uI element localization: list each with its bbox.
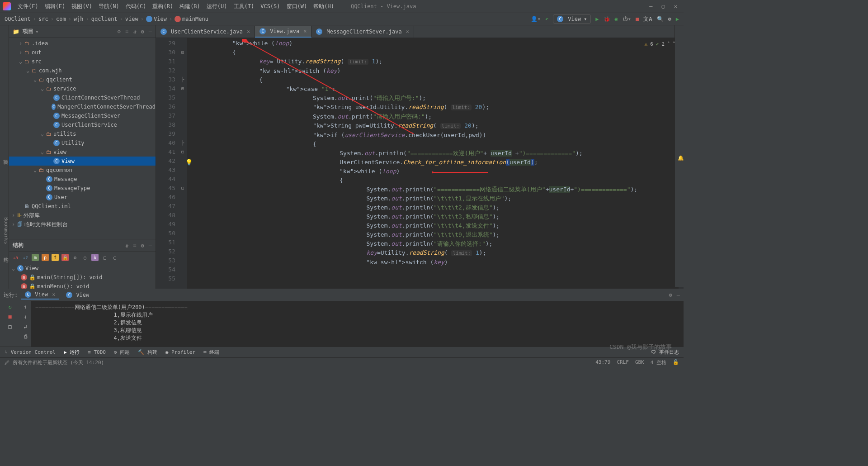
menu-item[interactable]: 窗口(W) (283, 3, 311, 10)
editor-tab[interactable]: CView.java× (255, 26, 311, 38)
breadcrumb-item[interactable]: mainMenu (175, 16, 208, 22)
scroll-icon[interactable]: □ (101, 254, 108, 261)
stop-icon[interactable]: ■ (8, 314, 11, 320)
vcs-status-icon[interactable]: 🖉 (5, 360, 9, 366)
down-icon[interactable]: ↓ (24, 314, 27, 320)
left-tool-bookmarks[interactable]: Bookmarks (0, 217, 9, 244)
filter-f-icon[interactable]: p (42, 254, 49, 261)
tree-icon[interactable]: ◯ (81, 254, 89, 261)
menu-item[interactable]: VCS(S) (257, 3, 283, 10)
tree-row[interactable]: CUserClientService (9, 120, 156, 129)
tree-row[interactable]: CClientConnectSeverThread (9, 93, 156, 102)
indent[interactable]: 4 空格 (651, 359, 666, 366)
tree-row[interactable]: CMessage (9, 175, 156, 184)
tree-row[interactable]: ›🗐临时文件和控制台 (9, 220, 156, 229)
menu-item[interactable]: 导航(N) (95, 3, 123, 10)
structure-item[interactable]: m 🔒mainMenu(): void (9, 282, 156, 289)
wrap-icon[interactable]: ↲ (24, 323, 27, 330)
tree-row[interactable]: 🗎QQClient.iml (9, 202, 156, 211)
filter-m-icon[interactable]: m (32, 254, 39, 261)
sort2-icon[interactable]: ↓z (22, 254, 29, 261)
todo-tab[interactable]: ≡ TODO (88, 349, 106, 355)
tree-row[interactable]: ⌄🗀utilits (9, 129, 156, 138)
tree-row[interactable]: ⌄🗀service (9, 84, 156, 93)
sort-icon[interactable]: ↓a (12, 254, 19, 261)
notifications-icon[interactable]: 🔔 (678, 28, 684, 287)
menu-item[interactable]: 视图(V) (68, 3, 95, 10)
expand-icon[interactable]: ⇵ (125, 243, 128, 249)
profile-button[interactable]: ⏻▾ (623, 16, 631, 22)
tree-row[interactable]: ›⊪外部库 (9, 211, 156, 220)
breadcrumb-item[interactable]: wjh (74, 16, 84, 22)
console-output[interactable]: ============网络通信二级菜单(用户200)=============… (31, 301, 684, 347)
gear-icon[interactable]: ⚙ (141, 243, 144, 249)
coverage-button[interactable]: ◉ (615, 16, 618, 22)
build-tab[interactable]: 🔨 构建 (138, 349, 157, 356)
bullet-icon[interactable]: ⊙ (71, 254, 79, 261)
encoding[interactable]: GBK (635, 359, 644, 366)
breadcrumb-item[interactable]: view (125, 16, 138, 22)
filter-field-icon[interactable]: f (52, 254, 59, 261)
tree-row[interactable]: CMangerClientConnectSeverThread (9, 102, 156, 111)
expand-all-icon[interactable]: ≡ (125, 29, 128, 35)
tree-row[interactable]: ›🗀.idea (9, 39, 156, 48)
search-icon[interactable]: 🔍 (657, 16, 664, 22)
menu-item[interactable]: 帮助(H) (310, 3, 337, 10)
code-area[interactable]: 2930313233343536373839404142434445464748… (156, 38, 684, 289)
run-config-selector[interactable]: C View ▾ (553, 14, 591, 24)
stop-button[interactable]: ■ (636, 16, 639, 22)
tree-row[interactable]: ⌄🗀com.wjh (9, 66, 156, 75)
line-separator[interactable]: CRLF (617, 359, 629, 366)
editor-tab[interactable]: CMessageClientSever.java× (311, 26, 414, 38)
learn-icon[interactable]: ▶ (676, 16, 679, 22)
hide-icon[interactable]: — (149, 243, 152, 249)
menu-item[interactable]: 工具(T) (231, 3, 258, 10)
profiler-tab[interactable]: ◉ Profiler (165, 349, 195, 355)
tree-row[interactable]: CUser (9, 193, 156, 202)
menu-item[interactable]: 代码(C) (123, 3, 150, 10)
tree-row[interactable]: ⌄🗀qqclient (9, 75, 156, 84)
undo-icon[interactable]: ↶ (545, 16, 548, 22)
menu-item[interactable]: 构建(B) (176, 3, 203, 10)
tree-row[interactable]: ›🗀out (9, 48, 156, 57)
hide-icon[interactable]: — (677, 292, 680, 298)
structure-item[interactable]: m 🔒main(String[]): void (9, 273, 156, 282)
breadcrumb-item[interactable]: qqclient (91, 16, 118, 22)
gear-icon[interactable]: ⚙ (669, 292, 672, 298)
tree-row[interactable]: CMessageClientSever (9, 111, 156, 120)
close-button[interactable]: ✕ (674, 3, 677, 10)
hide-panel-icon[interactable]: — (149, 29, 152, 35)
code-text[interactable]: "kw">while (loop){ key= Utility.readStri… (187, 38, 678, 289)
collapse-icon[interactable]: ≡ (133, 243, 136, 249)
debug-button[interactable]: 🐞 (604, 16, 610, 22)
caret-position[interactable]: 43:79 (595, 359, 610, 366)
menu-item[interactable]: 文件(F) (14, 3, 42, 10)
select-opened-icon[interactable]: ⊕ (118, 29, 121, 35)
up-icon[interactable]: ˄ (667, 40, 670, 49)
breadcrumb-item[interactable]: com (56, 16, 66, 22)
print-icon[interactable]: ⎙ (24, 333, 27, 340)
tree-row[interactable]: CUtility (9, 138, 156, 147)
terminal-tab[interactable]: ⌨ 终端 (203, 349, 219, 356)
user-icon[interactable]: 👤▾ (531, 16, 541, 22)
breadcrumb-item[interactable]: src (38, 16, 48, 22)
collapse-all-icon[interactable]: ⇵ (133, 29, 136, 35)
vcs-tab[interactable]: ⑂ Version Control (5, 349, 56, 355)
settings-icon[interactable]: ⚙ (668, 16, 671, 22)
filter-lock-icon[interactable]: 🔒 (61, 254, 69, 261)
layout-icon[interactable]: □ (8, 323, 11, 330)
maximize-button[interactable]: ▢ (662, 3, 665, 10)
tree-row[interactable]: ⌄🗀src (9, 57, 156, 66)
problems-tab[interactable]: ⊘ 问题 (114, 349, 130, 356)
run-tab[interactable]: CView× (21, 290, 59, 300)
run-tab[interactable]: CView (62, 291, 93, 299)
menu-item[interactable]: 编辑(E) (42, 3, 69, 10)
tree-row[interactable]: ⌄🗀qqcommon (9, 166, 156, 175)
gear-icon[interactable]: ⚙ (141, 29, 144, 35)
run-button[interactable]: ▶ (595, 16, 599, 22)
lock-icon[interactable]: 🔓 (673, 359, 679, 366)
structure-root[interactable]: ⌄CView (9, 264, 156, 273)
breadcrumb-item[interactable]: View (146, 16, 167, 22)
up-icon[interactable]: ↑ (24, 304, 27, 310)
editor-tab[interactable]: CUserClientService.java× (156, 26, 255, 38)
